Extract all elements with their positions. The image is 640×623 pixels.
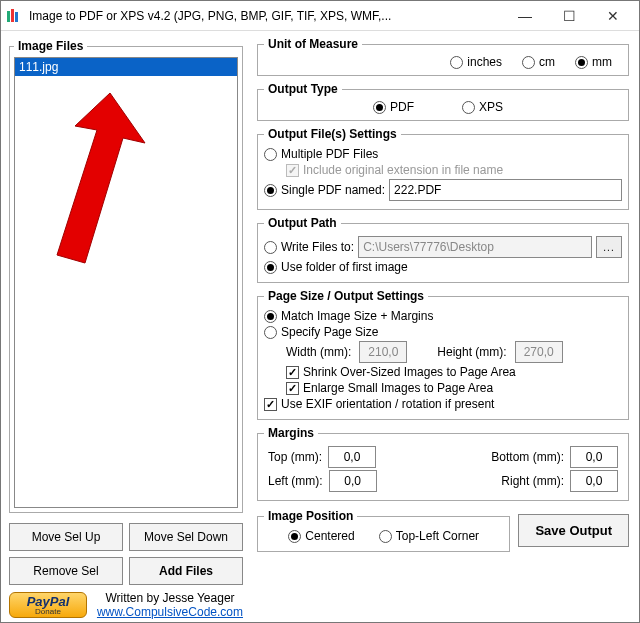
svg-rect-0: [7, 11, 10, 22]
remove-sel-button[interactable]: Remove Sel: [9, 557, 123, 585]
match-image-size-option[interactable]: Match Image Size + Margins: [264, 309, 433, 323]
close-button[interactable]: ✕: [591, 2, 635, 30]
output-path-legend: Output Path: [264, 216, 341, 230]
unit-cm-option[interactable]: cm: [522, 55, 555, 69]
output-path-input: [358, 236, 592, 258]
image-position-legend: Image Position: [264, 509, 357, 523]
margin-bottom-label: Bottom (mm):: [491, 450, 564, 464]
paypal-donate-button[interactable]: PayPal Donate: [9, 592, 87, 618]
margin-right-label: Right (mm):: [501, 474, 564, 488]
margins-legend: Margins: [264, 426, 318, 440]
paypal-sublabel: Donate: [35, 608, 61, 616]
single-pdf-option[interactable]: Single PDF named:: [264, 183, 385, 197]
titlebar: Image to PDF or XPS v4.2 (JPG, PNG, BMP,…: [1, 1, 639, 31]
single-pdf-name-input[interactable]: [389, 179, 622, 201]
image-files-legend: Image Files: [14, 39, 87, 53]
file-listbox[interactable]: 111.jpg: [14, 57, 238, 508]
page-width-input: [359, 341, 407, 363]
window-controls: — ☐ ✕: [503, 2, 635, 30]
right-column: Unit of Measure inches cm mm Output Type…: [249, 31, 639, 623]
multiple-pdf-option[interactable]: Multiple PDF Files: [264, 147, 378, 161]
left-column: Image Files 111.jpg Move Sel Up Move Sel…: [1, 31, 249, 623]
svg-marker-3: [57, 93, 145, 263]
annotation-arrow-icon: [25, 88, 165, 278]
include-ext-checkbox: Include original extension in file name: [286, 163, 503, 177]
use-folder-option[interactable]: Use folder of first image: [264, 260, 408, 274]
image-pos-topleft-option[interactable]: Top-Left Corner: [379, 529, 479, 543]
image-pos-centered-option[interactable]: Centered: [288, 529, 354, 543]
minimize-button[interactable]: —: [503, 2, 547, 30]
credits-row: PayPal Donate Written by Jesse Yeager ww…: [9, 591, 243, 619]
output-files-legend: Output File(s) Settings: [264, 127, 401, 141]
paypal-label: PayPal: [27, 595, 70, 608]
unit-inches-option[interactable]: inches: [450, 55, 502, 69]
browse-path-button[interactable]: ...: [596, 236, 622, 258]
window-title: Image to PDF or XPS v4.2 (JPG, PNG, BMP,…: [29, 9, 503, 23]
author-credit: Written by Jesse Yeager: [97, 591, 243, 605]
shrink-oversized-checkbox[interactable]: Shrink Over-Sized Images to Page Area: [286, 365, 516, 379]
unit-legend: Unit of Measure: [264, 37, 362, 51]
website-link[interactable]: www.CompulsiveCode.com: [97, 605, 243, 619]
margin-left-label: Left (mm):: [268, 474, 323, 488]
margin-top-input[interactable]: [328, 446, 376, 468]
page-size-legend: Page Size / Output Settings: [264, 289, 428, 303]
output-type-xps-option[interactable]: XPS: [462, 100, 503, 114]
output-type-legend: Output Type: [264, 82, 342, 96]
use-exif-checkbox[interactable]: Use EXIF orientation / rotation if prese…: [264, 397, 494, 411]
write-files-to-option[interactable]: Write Files to:: [264, 240, 354, 254]
height-label: Height (mm):: [437, 345, 506, 359]
enlarge-small-checkbox[interactable]: Enlarge Small Images to Page Area: [286, 381, 493, 395]
margin-top-label: Top (mm):: [268, 450, 322, 464]
list-item[interactable]: 111.jpg: [15, 58, 237, 76]
output-type-pdf-option[interactable]: PDF: [373, 100, 414, 114]
margin-left-input[interactable]: [329, 470, 377, 492]
width-label: Width (mm):: [286, 345, 351, 359]
add-files-button[interactable]: Add Files: [129, 557, 243, 585]
move-sel-down-button[interactable]: Move Sel Down: [129, 523, 243, 551]
app-icon: [5, 7, 23, 25]
svg-rect-2: [15, 12, 18, 22]
maximize-button[interactable]: ☐: [547, 2, 591, 30]
specify-page-size-option[interactable]: Specify Page Size: [264, 325, 378, 339]
margin-bottom-input[interactable]: [570, 446, 618, 468]
page-height-input: [515, 341, 563, 363]
svg-rect-1: [11, 9, 14, 22]
unit-mm-option[interactable]: mm: [575, 55, 612, 69]
margin-right-input[interactable]: [570, 470, 618, 492]
save-output-button[interactable]: Save Output: [518, 514, 629, 547]
move-sel-up-button[interactable]: Move Sel Up: [9, 523, 123, 551]
